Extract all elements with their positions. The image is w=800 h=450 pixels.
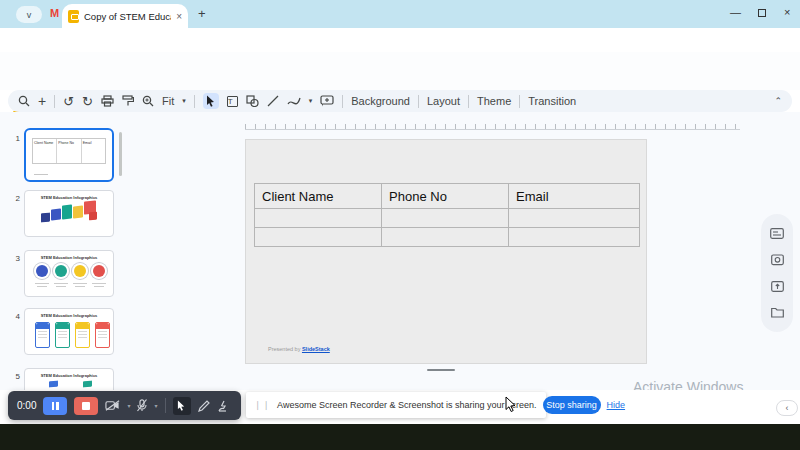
text-box-tool[interactable]: T — [227, 96, 238, 107]
infographic-cube — [49, 381, 58, 388]
drag-handle-icon[interactable]: ❘❘ — [254, 400, 271, 410]
infographic-card — [75, 322, 90, 348]
new-tab-button[interactable]: + — [198, 6, 206, 21]
infographic-circle — [74, 265, 86, 277]
chevron-down-icon: v — [27, 10, 32, 20]
slide-thumbnail-2[interactable]: STEM Education Infographics — [24, 190, 114, 237]
slide-thumbnail-1[interactable]: Client Name Phone No Email — [24, 128, 114, 182]
table-cell[interactable] — [382, 209, 509, 228]
filmstrip-scrollbar[interactable] — [119, 132, 122, 176]
slide-canvas[interactable]: Client Name Phone No Email Presented by … — [245, 139, 647, 364]
header-cell-email[interactable]: Email — [509, 184, 640, 209]
browser-tab-strip: v M Copy of STEM Education Infogr × + — … — [0, 0, 800, 28]
cursor-arrow-icon — [206, 95, 216, 107]
tab-title: Copy of STEM Education Infogr — [84, 11, 171, 22]
speaker-notes-handle[interactable] — [427, 369, 455, 371]
table-cell[interactable] — [255, 209, 382, 228]
cursor-tool-button[interactable] — [173, 397, 191, 415]
slide-thumbnail-3[interactable]: STEM Education Infographics — [24, 250, 114, 297]
folder-panel-icon[interactable] — [771, 307, 784, 318]
tab-search-button[interactable]: v — [16, 6, 42, 23]
redo-button[interactable]: ↻ — [82, 94, 93, 109]
infographic-card — [35, 322, 50, 348]
divider — [468, 95, 469, 108]
header-cell-client-name[interactable]: Client Name — [255, 184, 382, 209]
cursor-arrow-icon — [177, 400, 186, 411]
tab-close-icon[interactable]: × — [176, 11, 182, 22]
screenshot-panel-icon[interactable] — [771, 253, 784, 266]
slide-number-1: 1 — [10, 134, 20, 143]
mic-options-caret[interactable]: ▾ — [154, 402, 157, 409]
activate-windows-watermark: Activate Windows Go to Settings to activ… — [633, 379, 783, 390]
active-tab[interactable]: Copy of STEM Education Infogr × — [62, 4, 188, 28]
print-icon[interactable] — [101, 95, 114, 107]
window-close-button[interactable]: × — [784, 6, 790, 18]
undo-button[interactable]: ↺ — [63, 94, 74, 109]
infographic-circle — [36, 265, 48, 277]
table-cell[interactable] — [509, 209, 640, 228]
slidestack-link[interactable]: SlideStack — [302, 346, 330, 352]
clear-brush-icon[interactable] — [217, 400, 229, 412]
thumb1-table: Client Name Phone No Email — [32, 138, 106, 164]
window-minimize-button[interactable]: — — [730, 6, 741, 18]
mic-off-icon[interactable] — [137, 399, 147, 412]
caption-line — [56, 286, 66, 287]
slide-thumbnail-5[interactable]: STEM Education Infographics — [24, 368, 114, 390]
infographic-cube — [51, 208, 61, 220]
caption-line — [54, 283, 68, 284]
divider — [519, 95, 520, 108]
pause-recording-button[interactable] — [43, 397, 67, 415]
slide-thumbnail-4[interactable]: STEM Education Infographics — [24, 308, 114, 355]
zoom-icon[interactable] — [142, 95, 154, 107]
header-cell-phone-no[interactable]: Phone No — [382, 184, 509, 209]
slides-favicon — [68, 10, 79, 23]
slide-number-5: 5 — [10, 372, 20, 381]
select-tool-button[interactable] — [203, 93, 219, 109]
shape-tool-icon[interactable] — [246, 95, 259, 107]
stop-sharing-button[interactable]: Stop sharing — [543, 396, 601, 414]
share-message: Awesome Screen Recorder & Screenshot is … — [277, 400, 536, 410]
connector-caret[interactable]: ▾ — [309, 97, 313, 105]
background-button[interactable]: Background — [351, 95, 410, 107]
new-slide-button[interactable]: + — [38, 93, 46, 109]
add-comment-icon[interactable] — [320, 95, 334, 107]
transition-button[interactable]: Transition — [528, 95, 576, 107]
table-cell[interactable] — [255, 228, 382, 247]
search-menus-icon[interactable] — [18, 95, 30, 107]
divider — [194, 95, 195, 108]
stop-recording-button[interactable] — [74, 397, 98, 415]
infographic-circle — [55, 265, 67, 277]
pen-tool-icon[interactable] — [198, 400, 210, 412]
collapse-toolbar-icon[interactable]: ⌃ — [774, 96, 782, 106]
paint-format-icon[interactable] — [122, 95, 134, 107]
gmail-pinned-tab[interactable]: M — [50, 7, 59, 19]
zoom-fit-caret[interactable]: ▾ — [182, 97, 186, 105]
slide-number-2: 2 — [10, 194, 20, 203]
table-row — [255, 228, 640, 247]
table-cell[interactable] — [509, 228, 640, 247]
export-image-panel-icon[interactable] — [771, 281, 784, 293]
infographic-cube — [41, 213, 50, 223]
line-tool-icon[interactable] — [267, 95, 279, 107]
camera-off-icon[interactable] — [105, 400, 120, 411]
side-panel-rail — [761, 214, 793, 332]
client-table[interactable]: Client Name Phone No Email — [254, 183, 640, 247]
slide-footer: Presented by SlideStack — [268, 346, 330, 352]
screen-share-banner: ❘❘ Awesome Screen Recorder & Screenshot … — [246, 392, 546, 418]
zoom-fit-select[interactable]: Fit — [162, 95, 174, 107]
window-maximize-button[interactable] — [758, 9, 766, 17]
collapse-panel-chip[interactable]: ‹ — [776, 400, 798, 416]
connector-tool-icon[interactable] — [287, 96, 301, 106]
layout-button[interactable]: Layout — [427, 95, 460, 107]
card-panel-icon[interactable] — [770, 228, 784, 239]
edit-toolbar: + ↺ ↻ Fit ▾ T ▾ Background Layout Theme … — [8, 90, 792, 112]
recording-timer: 0:00 — [17, 400, 36, 411]
infographic-card — [55, 322, 70, 348]
camera-options-caret[interactable]: ▾ — [127, 402, 130, 409]
ruler — [245, 124, 740, 130]
theme-button[interactable]: Theme — [477, 95, 511, 107]
table-cell[interactable] — [382, 228, 509, 247]
hide-banner-link[interactable]: Hide — [607, 400, 626, 410]
divider — [54, 95, 55, 108]
slide-number-4: 4 — [10, 312, 20, 321]
